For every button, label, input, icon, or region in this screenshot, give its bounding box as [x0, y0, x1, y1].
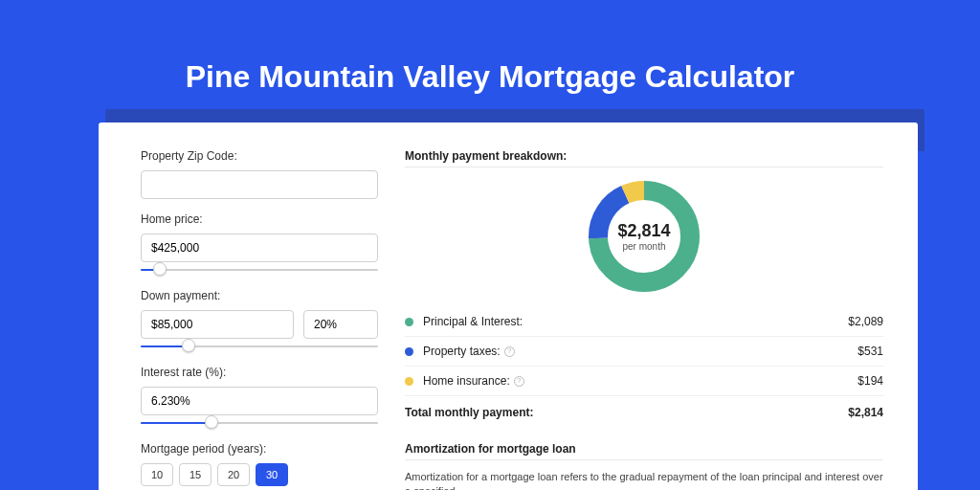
slider-fill — [141, 422, 212, 424]
amortization-heading: Amortization for mortgage loan — [405, 442, 883, 456]
calculator-card: Property Zip Code: Home price: Down paym… — [99, 122, 918, 490]
period-field: Mortgage period (years): 10152030 — [141, 442, 378, 486]
page-title: Pine Mountain Valley Mortgage Calculator — [0, 0, 980, 95]
legend-dot — [405, 347, 413, 356]
amortization-text: Amortization for a mortgage loan refers … — [405, 470, 883, 490]
home-price-input[interactable] — [141, 234, 378, 262]
legend: Principal & Interest:$2,089Property taxe… — [405, 307, 883, 395]
total-label: Total monthly payment: — [405, 406, 848, 419]
divider — [405, 459, 883, 460]
donut-wrap: $2,814 per month — [405, 177, 883, 296]
period-label: Mortgage period (years): — [141, 442, 378, 456]
divider — [405, 167, 883, 167]
donut-chart: $2,814 per month — [585, 177, 703, 296]
breakdown-heading: Monthly payment breakdown: — [405, 149, 883, 163]
donut-amount: $2,814 — [617, 221, 670, 241]
home-price-slider[interactable] — [141, 264, 378, 276]
interest-label: Interest rate (%): — [141, 366, 378, 379]
legend-row: Property taxes: ?$531 — [405, 336, 883, 366]
info-icon[interactable]: ? — [514, 376, 524, 387]
down-payment-pct-input[interactable] — [303, 310, 378, 339]
info-icon[interactable]: ? — [504, 346, 515, 357]
legend-value: $2,089 — [848, 315, 883, 328]
period-btn-15[interactable]: 15 — [179, 463, 212, 486]
period-btn-30[interactable]: 30 — [256, 463, 288, 486]
zip-label: Property Zip Code: — [141, 149, 378, 163]
down-payment-input[interactable] — [141, 310, 294, 339]
home-price-field: Home price: — [141, 212, 378, 276]
total-value: $2,814 — [848, 406, 883, 419]
down-payment-slider[interactable] — [141, 341, 378, 352]
legend-row: Home insurance: ?$194 — [405, 366, 883, 395]
zip-field: Property Zip Code: — [141, 149, 378, 199]
form-column: Property Zip Code: Home price: Down paym… — [141, 149, 378, 490]
legend-dot — [405, 318, 413, 326]
legend-value: $194 — [858, 374, 883, 388]
interest-field: Interest rate (%): — [141, 366, 378, 429]
donut-center: $2,814 per month — [585, 177, 703, 296]
legend-dot — [405, 377, 413, 386]
legend-label: Home insurance: ? — [423, 374, 858, 388]
slider-track — [141, 269, 378, 271]
slider-handle[interactable] — [205, 415, 218, 429]
home-price-label: Home price: — [141, 212, 378, 226]
legend-row: Principal & Interest:$2,089 — [405, 307, 883, 336]
down-payment-field: Down payment: — [141, 289, 378, 352]
period-btn-20[interactable]: 20 — [217, 463, 250, 486]
amortization-section: Amortization for mortgage loan Amortizat… — [405, 442, 883, 490]
legend-label: Property taxes: ? — [423, 345, 858, 358]
interest-slider[interactable] — [141, 417, 378, 429]
zip-input[interactable] — [141, 170, 378, 199]
slider-handle[interactable] — [182, 339, 195, 352]
slider-handle[interactable] — [153, 262, 167, 276]
breakdown-column: Monthly payment breakdown: $2,814 per mo… — [405, 149, 883, 490]
legend-label: Principal & Interest: — [423, 315, 848, 328]
interest-input[interactable] — [141, 387, 378, 415]
down-payment-label: Down payment: — [141, 289, 378, 302]
donut-sub: per month — [622, 241, 665, 252]
down-payment-row — [141, 310, 378, 339]
legend-value: $531 — [858, 345, 883, 358]
total-row: Total monthly payment: $2,814 — [405, 395, 883, 429]
period-row: 10152030 — [141, 463, 378, 486]
period-btn-10[interactable]: 10 — [141, 463, 173, 486]
